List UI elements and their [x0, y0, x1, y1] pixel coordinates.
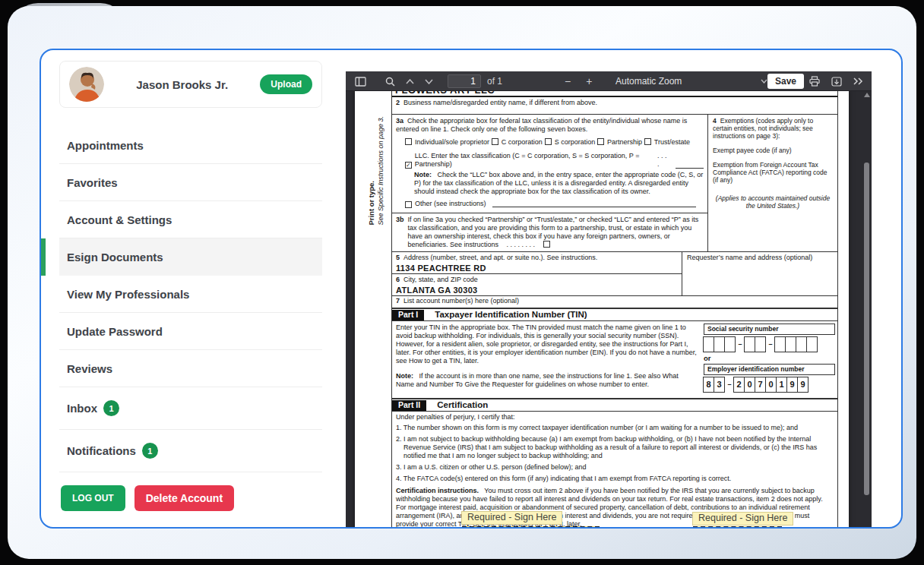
checkbox-other [405, 201, 412, 208]
chevron-down-icon [761, 79, 767, 84]
pdf-scrollbar[interactable] [863, 91, 870, 529]
line7-account-numbers: 7List account number(s) here (optional) [392, 296, 837, 309]
logout-button[interactable]: LOG OUT [61, 485, 125, 511]
signature-field-2[interactable]: Sign [693, 526, 782, 529]
sidebar-item-account-settings[interactable]: Account & Settings [59, 201, 322, 238]
box4-exemptions: 4Exemptions (codes apply only to certain… [708, 115, 837, 251]
llc-code-blank [676, 168, 704, 169]
checkbox-trust-estate [644, 138, 651, 145]
tin-boxes: Social security number – – or Employer i… [704, 324, 837, 396]
checkbox-c-corporation [492, 138, 498, 145]
sidebar-menu: Appointments Favorites Account & Setting… [59, 127, 322, 472]
search-icon[interactable] [385, 77, 395, 87]
sidebar-item-appointments[interactable]: Appointments [59, 127, 322, 164]
pdf-toolbar: of 1 − + Automatic Zoom Save [346, 71, 872, 91]
save-button[interactable]: Save [767, 74, 804, 89]
page-count-label: of 1 [487, 76, 502, 87]
scroll-up-arrow-icon[interactable] [864, 93, 870, 97]
ein-label: Employer identification number [704, 364, 835, 375]
line3a-note: Note: Check the “LLC” box above and, in … [396, 169, 704, 196]
line2-business-name: 2Business name/disregarded entity name, … [392, 97, 837, 115]
sidebar-actions: LOG OUT Delete Account [59, 485, 322, 511]
sidebar-item-reviews[interactable]: Reviews [59, 350, 322, 387]
certification-text: Under penalties of perjury, I certify th… [392, 412, 837, 486]
sidebar-item-update-password[interactable]: Update Password [59, 313, 322, 350]
part2-header: Part II Certification [392, 399, 837, 412]
part2-tag: Part II [392, 400, 426, 411]
sidebar-item-inbox[interactable]: Inbox 1 [59, 387, 322, 430]
page-number-input[interactable] [448, 74, 481, 88]
avatar [69, 67, 104, 102]
address-value: 1134 PEACHTREE RD [396, 262, 678, 273]
sidebar-item-notifications[interactable]: Notifications 1 [59, 430, 322, 472]
line1-name-partial: FLOWERS ART LLC [392, 91, 837, 97]
sidebar-item-favorites[interactable]: Favorites [59, 164, 322, 201]
city-value: ATLANTA GA 30303 [396, 284, 678, 295]
ein-cells: 8 3 – 2 0 7 0 1 9 9 [704, 377, 835, 393]
part1-header: Part I Taxpayer Identification Number (T… [392, 309, 837, 321]
zoom-select[interactable]: Automatic Zoom [615, 76, 767, 87]
download-icon[interactable] [831, 77, 842, 87]
margin-print-or-type: Print or type. [367, 181, 375, 226]
pdf-page: Print or type. See Specific Instructions… [355, 91, 849, 529]
next-page-icon[interactable] [425, 79, 433, 84]
w9-form: FLOWERS ART LLC 2Business name/disregard… [391, 91, 838, 529]
line3a-classification: 3aCheck the appropriate box for federal … [392, 115, 707, 213]
checkbox-individual [405, 138, 412, 145]
requester-box: Requester’s name and address (optional) [682, 252, 837, 295]
line6-city-state-zip: 6City, state, and ZIP code ATLANTA GA 30… [392, 274, 682, 295]
sign-tooltip-1: Required - Sign Here [461, 511, 562, 525]
profile-card: Jason Brooks Jr. Upload [59, 61, 322, 108]
line5-address: 5Address (number, street, and apt. or su… [392, 252, 682, 274]
print-icon[interactable] [809, 76, 820, 87]
sidebar-toggle-icon[interactable] [355, 77, 366, 87]
signature-field-1[interactable]: Sign [462, 526, 600, 529]
profile-name: Jason Brooks Jr. [104, 78, 260, 91]
margin-see-instructions: See Specific Instructions on page 3. [377, 116, 384, 226]
sidebar-item-view-my-professionals[interactable]: View My Professionals [59, 276, 322, 313]
upload-button[interactable]: Upload [260, 74, 312, 94]
more-tools-icon[interactable] [853, 77, 863, 85]
pdf-viewer: of 1 − + Automatic Zoom Save [346, 71, 872, 529]
sidebar: Jason Brooks Jr. Upload Appointments Fav… [59, 61, 322, 511]
ssn-cells: – – [704, 336, 835, 352]
zoom-out-icon[interactable]: − [565, 75, 571, 87]
other-blank [492, 207, 696, 207]
checkbox-s-corporation [545, 138, 552, 145]
delete-account-button[interactable]: Delete Account [134, 485, 234, 511]
notifications-badge: 1 [142, 443, 158, 459]
app-window: Jason Brooks Jr. Upload Appointments Fav… [8, 6, 916, 559]
inbox-badge: 1 [103, 400, 119, 416]
checkbox-llc-checked: ✓ [405, 162, 412, 169]
previous-page-icon[interactable] [406, 79, 414, 84]
checkbox-3b [543, 241, 550, 248]
ssn-label: Social security number [704, 324, 835, 335]
app-content-frame: Jason Brooks Jr. Upload Appointments Fav… [40, 49, 903, 529]
line3b-foreign-partners: 3b If on line 3a you checked “Partnershi… [392, 213, 707, 251]
part1-instructions: Enter your TIN in the appropriate box. T… [396, 324, 704, 396]
sidebar-item-esign-documents[interactable]: Esign Documents [59, 238, 322, 276]
checkbox-partnership [597, 138, 604, 145]
sign-tooltip-2: Required - Sign Here [692, 512, 793, 526]
applies-note: (Applies to accounts maintained outside … [713, 184, 833, 210]
zoom-in-icon[interactable]: + [586, 75, 592, 87]
scrollbar-thumb[interactable] [864, 163, 869, 495]
pdf-canvas-area: Print or type. See Specific Instructions… [346, 91, 872, 529]
part1-tag: Part I [392, 310, 424, 320]
